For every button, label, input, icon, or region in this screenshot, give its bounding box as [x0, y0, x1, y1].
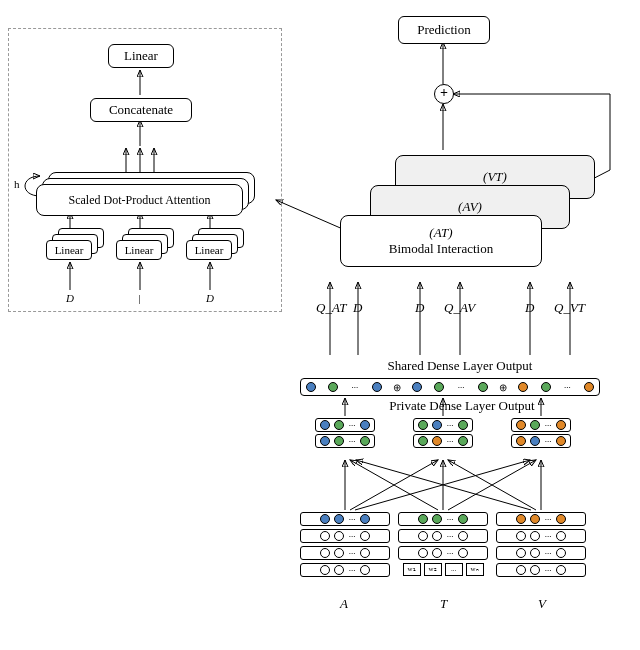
attn-concat: Concatenate	[90, 98, 192, 122]
private-dense-v: ··· ···	[511, 418, 571, 456]
word-ell: ...	[445, 563, 463, 576]
attention-panel	[8, 28, 282, 312]
attn-linear-q1: Linear	[46, 240, 92, 260]
attn-h-label: h	[14, 178, 20, 190]
svg-line-18	[356, 460, 531, 510]
svg-line-2	[276, 200, 345, 230]
label-q-av: Q_AV	[444, 300, 475, 316]
svg-line-15	[350, 460, 438, 510]
private-dense-a: ··· ···	[315, 418, 375, 456]
svg-line-17	[448, 460, 536, 510]
attn-linear-top: Linear	[108, 44, 174, 68]
prediction-label: Prediction	[417, 22, 470, 38]
svg-line-14	[355, 460, 530, 510]
word-w1: w₁	[403, 563, 421, 576]
private-dense-t: ··· ···	[413, 418, 473, 456]
bimodal-at-label2: Bimodal Interaction	[389, 241, 493, 257]
private-layer-label: Private Dense Layer Output	[372, 398, 552, 414]
shared-layer-label: Shared Dense Layer Output	[370, 358, 550, 374]
label-d1: D	[353, 300, 362, 316]
attn-sd-1: Scaled Dot-Product Attention	[36, 184, 243, 216]
word-wn: wₙ	[466, 563, 484, 576]
shared-dense-strip: ··· ⊕ ··· ⊕ ···	[300, 378, 600, 396]
modality-v-label: V	[538, 596, 546, 612]
label-q-at: Q_AT	[316, 300, 347, 316]
word-w2: w₂	[424, 563, 442, 576]
prediction-box: Prediction	[398, 16, 490, 44]
svg-line-13	[350, 460, 438, 510]
bimodal-vt-label: (VT)	[483, 169, 507, 185]
bimodal-at: (AT) Bimodal Interaction	[340, 215, 542, 267]
label-q-vt: Q_VT	[554, 300, 585, 316]
attn-linear-k1: Linear	[116, 240, 162, 260]
attn-in-right: D	[206, 292, 214, 304]
svg-line-19	[448, 460, 536, 510]
encoder-v: ··· ··· ··· ···	[496, 512, 586, 580]
encoder-a: ··· ··· ··· ···	[300, 512, 390, 580]
fusion-sum-icon: +	[434, 84, 454, 104]
attn-linear-v1: Linear	[186, 240, 232, 260]
attn-in-left: D	[66, 292, 74, 304]
label-d2: D	[415, 300, 424, 316]
encoder-t: ··· ··· ··· w₁ w₂ ... wₙ	[398, 512, 488, 580]
bimodal-at-label1: (AT)	[429, 225, 452, 241]
label-d3: D	[525, 300, 534, 316]
modality-a-label: A	[340, 596, 348, 612]
architecture-diagram: Prediction + (VT) (AV) (AT) Bimodal Inte…	[0, 0, 640, 650]
modality-t-label: T	[440, 596, 447, 612]
attn-in-mid: |	[138, 292, 141, 304]
bimodal-av-label: (AV)	[458, 199, 482, 215]
